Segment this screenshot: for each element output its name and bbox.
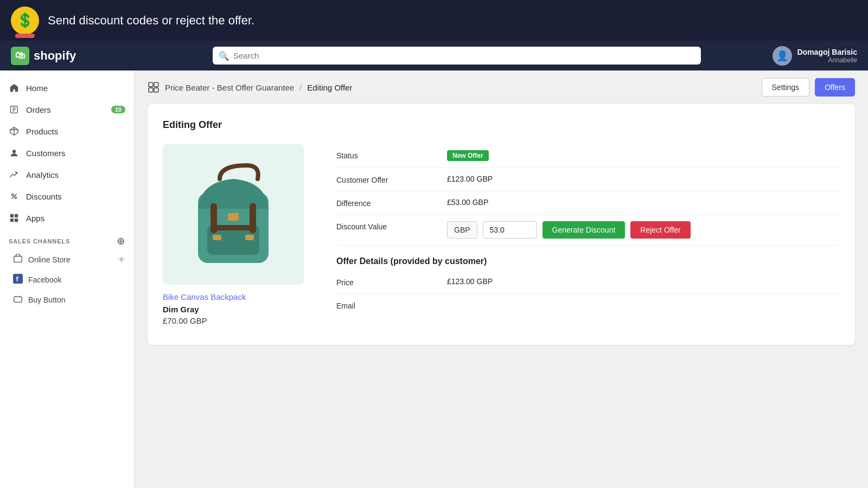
sidebar-label-analytics: Analytics [26,170,59,179]
currency-display: GBP [447,221,477,239]
email-row: Email [336,294,840,317]
online-store-icon [13,254,23,265]
sidebar-item-buy-button[interactable]: Buy Button [0,290,134,310]
user-name: Domagoj Barisic [797,48,857,56]
editing-offer-card: Editing Offer [148,104,855,345]
facebook-label: Facebook [28,275,61,284]
apps-icon [9,213,20,223]
difference-label: Difference [336,198,434,208]
shopify-bag-icon: 🛍 [11,47,29,65]
card-title: Editing Offer [163,119,840,131]
product-section: Bike Canvas Backpack Dim Gray £70.00 GBP [163,144,315,325]
sidebar-label-orders: Orders [26,105,51,114]
status-badge: New Offer [447,150,489,161]
search-icon: 🔍 [219,50,229,61]
status-value: New Offer [447,150,840,161]
svg-point-10 [12,194,14,196]
svg-rect-13 [10,214,14,217]
facebook-left: f Facebook [13,274,61,285]
svg-rect-16 [15,219,18,222]
generate-discount-button[interactable]: Generate Discount [542,221,626,239]
main-content: Price Beater - Best Offer Guarantee / Ed… [135,70,868,488]
svg-line-12 [12,194,17,199]
add-sales-channel-icon[interactable]: ⊕ [117,235,125,247]
breadcrumb-actions: Settings Offers [762,78,855,97]
buy-button-label: Buy Button [28,296,66,304]
sidebar-item-analytics[interactable]: Analytics [0,164,134,185]
breadcrumb-app-name: Price Beater - Best Offer Guarantee [165,83,294,92]
sidebar-item-facebook[interactable]: f Facebook [0,269,134,290]
sales-channels-label: SALES CHANNELS [9,238,70,245]
shopify-wordmark: shopify [34,49,76,63]
sidebar-item-online-store[interactable]: Online Store 👁 [0,249,134,269]
sidebar-label-customers: Customers [26,149,66,158]
discount-value-row: Discount Value GBP Generate Discount Rej… [336,215,840,246]
breadcrumb-separator: / [299,83,302,92]
orders-badge: 10 [111,106,125,113]
eye-icon[interactable]: 👁 [118,255,125,264]
price-row: Price £123.00 GBP [336,271,840,294]
sidebar-item-apps[interactable]: Apps [0,207,134,229]
sidebar-item-discounts[interactable]: Discounts [0,185,134,207]
difference-value: £53.00 GBP [447,198,840,207]
app-icon [148,81,159,93]
user-info: 👤 Domagoj Barisic Annabelle [773,46,857,66]
svg-rect-34 [228,213,239,221]
customer-offer-value: £123.00 GBP [447,175,840,183]
status-row: Status New Offer [336,144,840,168]
product-name-link[interactable]: Bike Canvas Backpack [163,292,315,301]
discounts-icon [9,191,20,202]
settings-button[interactable]: Settings [762,78,810,97]
price-label: Price [336,277,434,287]
svg-rect-17 [14,256,22,262]
top-banner: 💲 Send discount codes or reject the offe… [0,0,868,41]
banner-text: Send discount codes or reject the offer. [48,14,254,28]
breadcrumb-current: Editing Offer [307,83,352,92]
svg-rect-29 [213,235,221,240]
details-section: Status New Offer Customer Offer £123.00 … [336,144,840,325]
buy-button-icon [13,294,23,305]
customer-offer-row: Customer Offer £123.00 GBP [336,168,840,191]
customer-offer-label: Customer Offer [336,175,434,184]
home-icon [9,82,20,93]
price-value: £123.00 GBP [447,277,840,286]
orders-icon [9,104,20,115]
online-store-label: Online Store [28,255,71,264]
online-store-left: Online Store [13,254,71,265]
sidebar-item-orders[interactable]: Orders 10 [0,99,134,120]
products-icon [9,126,20,137]
search-input[interactable] [213,47,701,65]
sidebar-item-customers[interactable]: Customers [0,142,134,164]
sidebar-item-home[interactable]: Home [0,77,134,99]
reject-offer-button[interactable]: Reject Offer [630,221,690,239]
facebook-icon: f [13,274,23,285]
svg-rect-30 [245,235,254,240]
svg-point-7 [12,150,16,153]
sidebar-label-apps: Apps [26,214,44,223]
discount-value-label: Discount Value [336,221,434,231]
nav-bar: 🛍 shopify 🔍 👤 Domagoj Barisic Annabelle [0,41,868,70]
analytics-icon [9,169,20,180]
svg-rect-26 [154,88,158,92]
svg-rect-23 [149,82,153,87]
difference-row: Difference £53.00 GBP [336,191,840,215]
offer-details-subtitle: Offer Details (provided by customer) [336,256,840,266]
breadcrumb-bar: Price Beater - Best Offer Guarantee / Ed… [135,70,868,104]
buy-button-left: Buy Button [13,294,66,305]
sidebar-item-products[interactable]: Products [0,120,134,142]
product-variant: Dim Gray [163,305,315,314]
sidebar-label-discounts: Discounts [26,192,62,201]
svg-rect-24 [154,82,158,87]
discount-amount-input[interactable] [483,221,537,239]
user-subtitle: Annabelle [797,56,857,64]
sidebar-label-products: Products [26,127,58,136]
status-label: Status [336,150,434,160]
email-label: Email [336,300,434,310]
sales-channels-header: SALES CHANNELS ⊕ [0,229,134,249]
sidebar-label-home: Home [26,84,48,93]
svg-point-11 [15,197,17,199]
svg-rect-33 [210,225,256,230]
offers-button[interactable]: Offers [815,78,855,97]
avatar: 👤 [773,46,792,66]
svg-rect-25 [149,88,153,92]
